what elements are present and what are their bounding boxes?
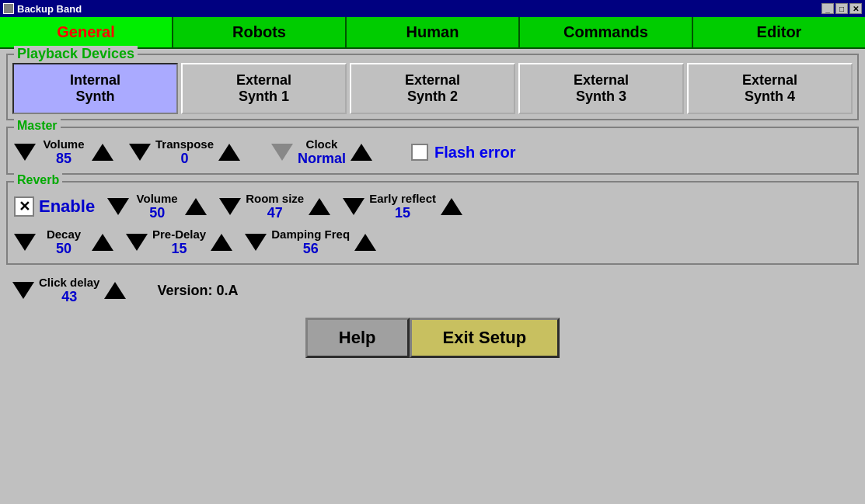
master-label: Master bbox=[14, 119, 61, 133]
clock-increase-button[interactable] bbox=[351, 144, 372, 161]
reverb-label: Reverb bbox=[14, 173, 62, 187]
tab-human[interactable]: Human bbox=[347, 17, 520, 47]
reverb-volume-value: 50 bbox=[149, 205, 165, 221]
master-section: Master Volume 85 Transpose 0 bbox=[6, 127, 859, 175]
minimize-button[interactable]: _ bbox=[821, 3, 834, 14]
room-size-value: 47 bbox=[267, 205, 283, 221]
damping-freq-display: Damping Freq 56 bbox=[271, 228, 350, 257]
early-reflect-value: 15 bbox=[395, 205, 410, 221]
click-delay-value: 43 bbox=[61, 289, 77, 305]
transpose-increase-button[interactable] bbox=[218, 144, 240, 161]
flash-error-control: Flash error bbox=[411, 144, 515, 162]
transpose-control: Transpose 0 bbox=[129, 137, 240, 167]
reverb-volume-decrease-button[interactable] bbox=[107, 198, 129, 215]
pre-delay-label: Pre-Delay bbox=[152, 228, 206, 241]
click-delay-decrease-button[interactable] bbox=[12, 282, 34, 299]
pre-delay-decrease-button[interactable] bbox=[126, 234, 148, 251]
damping-freq-label: Damping Freq bbox=[271, 228, 350, 241]
reverb-volume-label: Volume bbox=[137, 192, 178, 205]
decay-display: Decay 50 bbox=[40, 228, 87, 257]
volume-decrease-button[interactable] bbox=[14, 144, 36, 161]
button-row: Help Exit Setup bbox=[6, 318, 859, 358]
app-icon bbox=[3, 3, 14, 14]
decay-decrease-button[interactable] bbox=[14, 234, 36, 251]
pre-delay-value: 15 bbox=[172, 241, 187, 257]
transpose-value: 0 bbox=[181, 151, 189, 167]
room-size-control: Room size 47 bbox=[219, 192, 330, 221]
transpose-display: Transpose 0 bbox=[155, 137, 214, 167]
room-size-label: Room size bbox=[246, 192, 304, 205]
pre-delay-display: Pre-Delay 15 bbox=[152, 228, 206, 257]
clock-value: Normal bbox=[298, 151, 346, 167]
damping-freq-control: Damping Freq 56 bbox=[245, 228, 376, 257]
room-size-display: Room size 47 bbox=[246, 192, 304, 221]
clock-decrease-button[interactable] bbox=[271, 144, 293, 161]
decay-control: Decay 50 bbox=[14, 228, 113, 257]
early-reflect-display: Early reflect 15 bbox=[369, 192, 436, 221]
flash-error-label: Flash error bbox=[434, 144, 515, 162]
click-delay-control: Click delay 43 bbox=[12, 276, 126, 305]
version-text: Version: 0.A bbox=[157, 283, 238, 299]
early-reflect-label: Early reflect bbox=[369, 192, 436, 205]
reverb-enable-checkbox[interactable]: ✕ bbox=[14, 196, 34, 217]
tab-general[interactable]: General bbox=[0, 17, 173, 47]
playback-section: Playback Devices InternalSynth ExternalS… bbox=[6, 54, 859, 120]
click-delay-display: Click delay 43 bbox=[39, 276, 99, 305]
volume-label: Volume bbox=[43, 137, 84, 151]
decay-value: 50 bbox=[56, 241, 72, 257]
decay-increase-button[interactable] bbox=[92, 234, 113, 251]
damping-freq-increase-button[interactable] bbox=[354, 234, 376, 251]
damping-freq-value: 56 bbox=[303, 241, 319, 257]
pre-delay-control: Pre-Delay 15 bbox=[126, 228, 232, 257]
maximize-button[interactable]: □ bbox=[835, 3, 848, 14]
synth-tabs: InternalSynth ExternalSynth 1 ExternalSy… bbox=[12, 63, 853, 114]
title-bar-left: Backup Band bbox=[3, 3, 82, 15]
early-reflect-decrease-button[interactable] bbox=[343, 198, 364, 215]
volume-display: Volume 85 bbox=[40, 137, 87, 167]
exit-setup-button[interactable]: Exit Setup bbox=[410, 318, 560, 358]
click-delay-increase-button[interactable] bbox=[104, 282, 126, 299]
decay-label: Decay bbox=[47, 228, 81, 241]
reverb-volume-display: Volume 50 bbox=[134, 192, 180, 221]
transpose-decrease-button[interactable] bbox=[129, 144, 151, 161]
transpose-label: Transpose bbox=[155, 137, 214, 151]
help-button[interactable]: Help bbox=[305, 318, 410, 358]
synth-tab-ext4[interactable]: ExternalSynth 4 bbox=[687, 63, 853, 114]
synth-tab-internal[interactable]: InternalSynth bbox=[12, 63, 178, 114]
flash-error-checkbox[interactable] bbox=[411, 144, 428, 161]
reverb-volume-control: Volume 50 bbox=[107, 192, 207, 221]
room-size-decrease-button[interactable] bbox=[219, 198, 241, 215]
nav-tabs: General Robots Human Commands Editor bbox=[0, 17, 865, 49]
title-bar-buttons: _ □ ✕ bbox=[821, 3, 862, 14]
title-bar: Backup Band _ □ ✕ bbox=[0, 0, 865, 17]
room-size-increase-button[interactable] bbox=[309, 198, 330, 215]
playback-label: Playback Devices bbox=[14, 46, 138, 62]
reverb-enable-label: Enable bbox=[39, 196, 95, 217]
main-content: Playback Devices InternalSynth ExternalS… bbox=[0, 49, 865, 363]
synth-tab-ext2[interactable]: ExternalSynth 2 bbox=[350, 63, 515, 114]
tab-robots[interactable]: Robots bbox=[173, 17, 347, 47]
reverb-enable-control: ✕ Enable bbox=[14, 196, 95, 217]
early-reflect-control: Early reflect 15 bbox=[343, 192, 462, 221]
reverb-section: Reverb ✕ Enable Volume 50 Room s bbox=[6, 181, 859, 265]
reverb-volume-increase-button[interactable] bbox=[185, 198, 207, 215]
synth-tab-ext1[interactable]: ExternalSynth 1 bbox=[181, 63, 347, 114]
volume-increase-button[interactable] bbox=[92, 144, 113, 161]
volume-value: 85 bbox=[56, 151, 72, 167]
clock-label: Clock bbox=[306, 137, 338, 151]
tab-commands[interactable]: Commands bbox=[520, 17, 693, 47]
app-title: Backup Band bbox=[17, 3, 82, 15]
early-reflect-increase-button[interactable] bbox=[441, 198, 462, 215]
clock-control: Clock Normal bbox=[271, 137, 372, 167]
clock-display: Clock Normal bbox=[298, 137, 346, 167]
click-delay-label: Click delay bbox=[39, 276, 99, 289]
bottom-row: Click delay 43 Version: 0.A bbox=[6, 271, 859, 310]
volume-control: Volume 85 bbox=[14, 137, 113, 167]
damping-freq-decrease-button[interactable] bbox=[245, 234, 267, 251]
tab-editor[interactable]: Editor bbox=[693, 17, 865, 47]
pre-delay-increase-button[interactable] bbox=[211, 234, 232, 251]
close-button[interactable]: ✕ bbox=[849, 3, 862, 14]
synth-tab-ext3[interactable]: ExternalSynth 3 bbox=[518, 63, 684, 114]
